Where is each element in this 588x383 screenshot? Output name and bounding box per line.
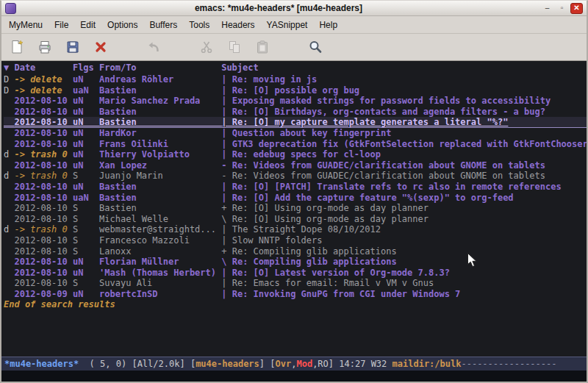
subject-cell: | Re: Emacs for email: Rmail v VM v Gnus <box>221 278 434 288</box>
paste-icon <box>255 40 270 54</box>
date-cell: 2012-08-10 <box>14 278 72 288</box>
headers-buffer: D -> delete uN Andreas Röhler | Re: movi… <box>1 74 587 357</box>
flags-cell: uN <box>73 117 99 127</box>
minimize-button[interactable]: – <box>541 3 553 14</box>
message-row[interactable]: 2012-08-10 uN Frans Oilinki | GTK3 depre… <box>4 139 587 150</box>
message-row[interactable]: D -> delete uaN Bastien | Re: [O] possib… <box>4 85 587 96</box>
from-cell: Michael Welle <box>99 214 221 224</box>
message-row[interactable]: d -> trash 0 S Juanjo Marin - Re: Videos… <box>4 171 587 182</box>
message-row[interactable]: 2012-08-10 uN HardKor | Question about k… <box>4 128 587 139</box>
date-cell: 2012-08-10 <box>14 128 72 138</box>
menu-item-file[interactable]: File <box>49 17 74 33</box>
mark-cell <box>4 193 14 203</box>
subject-cell: | Re: [O] Add the capture feature "%(sex… <box>221 193 513 203</box>
from-cell: Juanjo Marin <box>99 171 221 181</box>
subject-cell: | The Straight Dope 08/10/2012 <box>221 224 381 235</box>
close-button[interactable]: ✕ <box>570 3 583 14</box>
window-title: emacs: *mu4e-headers* [mu4e-headers] <box>19 3 538 13</box>
flags-cell: S <box>73 171 99 181</box>
message-row[interactable]: D -> delete uN Andreas Röhler | Re: movi… <box>4 74 587 85</box>
message-row[interactable]: 2012-08-10 uN Bastien | Re: [O] Birthday… <box>4 107 587 118</box>
mode-line: *mu4e-headers* ( 5, 0) [All/2.0k] [mu4e-… <box>1 357 587 371</box>
message-row[interactable]: 2012-08-10 S Michael Welle \ Re: [O] Usi… <box>4 214 587 225</box>
menu-item-tools[interactable]: Tools <box>183 17 215 33</box>
modeline-segment-red: Mod <box>296 359 312 369</box>
from-cell: Francesco Mazzoli <box>99 235 221 246</box>
subject-cell: \ Re: Compiling glib applications <box>221 257 396 267</box>
column-header-from[interactable]: From/To <box>99 62 221 73</box>
subject-cell: | Exposing masked strings for password f… <box>221 96 551 106</box>
column-header-date[interactable]: Date <box>14 62 72 73</box>
undo-icon <box>146 40 161 54</box>
save-button[interactable] <box>62 37 84 57</box>
modeline-segment-plain: W32 <box>371 359 392 369</box>
date-cell: 2012-08-10 <box>14 139 72 149</box>
flags-cell: uN <box>73 182 99 192</box>
mark-cell <box>4 235 14 246</box>
from-cell: webmaster@straightd... <box>99 224 221 235</box>
subject-cell: | Re: [O] [PATCH] Translate refs to rc a… <box>221 182 561 192</box>
modeline-segment-orange: maildir:/bulk <box>392 359 462 369</box>
from-cell: Bastien <box>99 193 221 203</box>
menu-item-buffers[interactable]: Buffers <box>143 17 183 33</box>
message-row[interactable]: 2012-08-10 S Bastien + Re: [O] Using org… <box>4 203 587 214</box>
message-row[interactable]: 2012-08-10 uN Xan Lopez - Re: Videos fro… <box>4 160 587 171</box>
date-cell: 2012-08-10 <box>14 246 72 257</box>
message-row[interactable]: 2012-08-10 uN Bastien | Re: [O] [PATCH] … <box>4 182 587 193</box>
date-cell: 2012-08-10 <box>14 117 72 127</box>
minibuffer[interactable] <box>1 371 587 382</box>
flags-cell: uN <box>73 139 99 149</box>
menu-item-headers[interactable]: Headers <box>215 17 260 33</box>
from-cell: 'Mash (Thomas Herbert) <box>99 268 221 278</box>
emacs-app-icon[interactable] <box>5 3 16 14</box>
from-cell: Bastien <box>99 85 221 96</box>
message-row[interactable]: 2012-08-09 uN robertcInSD | Re: Invoking… <box>4 289 587 300</box>
date-cell: -> trash 0 <box>14 149 72 160</box>
search-button[interactable] <box>304 37 326 57</box>
message-row[interactable]: 2012-08-10 S Francesco Mazzoli | Slow NN… <box>4 235 587 246</box>
mark-cell <box>4 203 14 213</box>
message-row[interactable]: 2012-08-10 uN 'Mash (Thomas Herbert) | R… <box>4 268 587 279</box>
toolbar-spacer <box>279 47 298 48</box>
window-controls: –▫✕ <box>541 3 583 14</box>
message-row[interactable]: d -> trash 0 S webmaster@straightd... | … <box>4 224 587 235</box>
menu-item-yasnippet[interactable]: YASnippet <box>261 17 314 33</box>
mark-cell <box>4 160 14 171</box>
cut-button <box>196 37 218 57</box>
maximize-button[interactable]: ▫ <box>556 3 568 14</box>
message-row[interactable]: 2012-08-10 S Lanoxx + Re: Compiling glib… <box>4 246 587 257</box>
kill-buffer-button[interactable] <box>90 37 112 57</box>
column-header-flags[interactable]: Flgs <box>73 62 99 73</box>
message-row[interactable]: 2012-08-10 S Suvayu Ali | Re: Emacs for … <box>4 278 587 289</box>
flags-cell: uaN <box>73 193 99 203</box>
mark-cell <box>4 182 14 192</box>
mark-cell <box>4 107 14 117</box>
modeline-segment-plain: 14:27 <box>339 359 370 369</box>
message-row[interactable]: d -> trash 0 uN Thierry Volpiatto | Re: … <box>4 149 587 160</box>
flags-cell: uN <box>73 160 99 171</box>
new-file-button[interactable] <box>6 37 28 57</box>
menu-item-edit[interactable]: Edit <box>74 17 101 33</box>
message-row[interactable]: 2012-08-10 uN Bastien | Re: [O] my captu… <box>4 117 587 128</box>
column-header-subject[interactable]: Subject <box>221 62 259 73</box>
modeline-segment-dashes: ------------------ <box>461 359 556 369</box>
from-cell: Bastien <box>99 182 221 192</box>
date-cell: -> trash 0 <box>14 224 72 235</box>
message-row[interactable]: 2012-08-10 uN Mario Sanchez Prada | Expo… <box>4 96 587 107</box>
flags-cell: uN <box>73 74 99 85</box>
menu-item-help[interactable]: Help <box>313 17 343 33</box>
menu-item-options[interactable]: Options <box>101 17 143 33</box>
date-cell: 2012-08-10 <box>14 214 72 224</box>
menu-item-mymenu[interactable]: MyMenu <box>3 17 49 33</box>
flags-cell: S <box>73 246 99 257</box>
mark-cell: d <box>4 149 14 160</box>
print-button[interactable] <box>34 37 56 57</box>
message-row[interactable]: 2012-08-10 uN Florian Müllner \ Re: Comp… <box>4 257 587 268</box>
sort-direction-icon[interactable]: ▼ <box>4 62 14 73</box>
flags-cell: uN <box>73 128 99 138</box>
message-row[interactable]: 2012-08-10 uaN Bastien | Re: [O] Add the… <box>4 193 587 204</box>
mark-cell <box>4 257 14 267</box>
flags-cell: uN <box>73 268 99 278</box>
flags-cell: S <box>73 214 99 224</box>
flags-cell: uN <box>73 257 99 267</box>
